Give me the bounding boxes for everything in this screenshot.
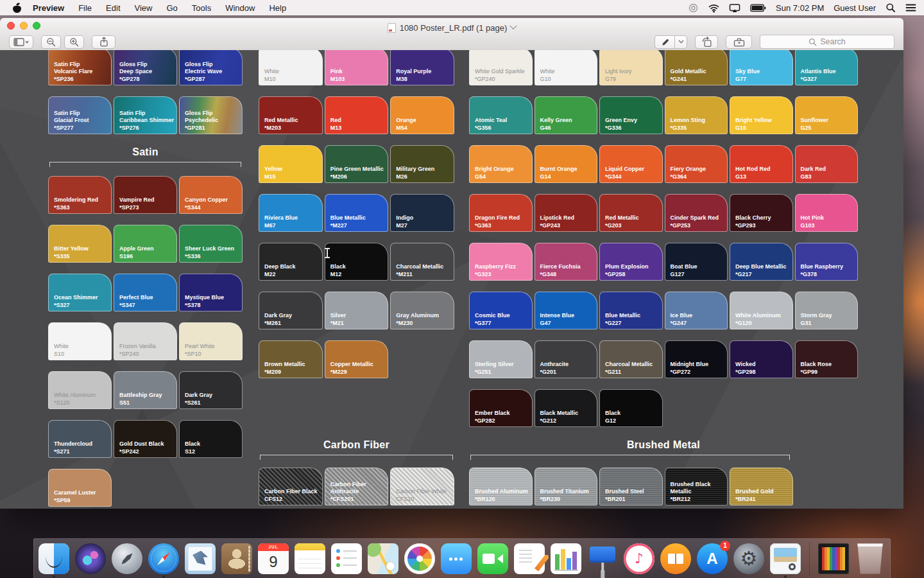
markup-toolbox-button[interactable] — [726, 35, 752, 49]
dock-facetime-icon[interactable] — [477, 543, 508, 574]
document-proxy-icon[interactable] — [388, 23, 396, 33]
swatch-M230: Gray Aluminum*M230 — [390, 292, 454, 329]
dock-keynote-icon[interactable] — [587, 543, 618, 574]
swatch-G335: Lemon Sting*G335 — [665, 96, 728, 134]
search-input[interactable]: Search — [760, 35, 894, 49]
swatch-G127: Boat BlueG127 — [665, 243, 728, 281]
dock-maps-icon[interactable] — [368, 543, 398, 574]
title-chevron-icon[interactable] — [510, 22, 517, 30]
title-bar[interactable]: 1080 Poster_LR.pdf (1 page) — [0, 18, 903, 33]
swatch-S51: Battleship GrayS51 — [114, 371, 177, 409]
dock-trash-icon[interactable] — [855, 543, 886, 574]
rotate-left-button[interactable] — [695, 35, 718, 49]
display-mirroring-icon[interactable] — [729, 3, 740, 13]
swatch-code: *M261 — [264, 320, 281, 326]
swatch-name: Carbon Fiber Black — [264, 488, 320, 495]
swatch-code: *GP240 — [475, 76, 495, 82]
pdf-page[interactable]: Satin Flip Volcanic Flare*SP236Gloss Fli… — [0, 50, 903, 509]
swatch-code: M26 — [396, 173, 407, 180]
swatch-name: Black Metallic — [540, 410, 595, 417]
swatch-name: Battleship Gray — [119, 392, 175, 399]
menu-help[interactable]: Help — [269, 3, 286, 13]
markup-pen-dropdown[interactable] — [674, 35, 687, 49]
menubar-clock[interactable]: Sun 7:02 PM — [776, 3, 824, 13]
swatch-code: *GP282 — [475, 417, 495, 424]
dock-photos-icon[interactable] — [404, 543, 435, 574]
minimize-button[interactable] — [20, 22, 28, 30]
dock-safari-icon[interactable] — [148, 543, 179, 574]
dock-app-store-icon[interactable]: 1 — [697, 543, 728, 574]
accessibility-icon[interactable] — [688, 3, 699, 13]
dock-ibooks-icon[interactable] — [660, 543, 691, 574]
spotlight-icon[interactable] — [886, 3, 896, 13]
dock-finder-icon[interactable] — [38, 543, 69, 574]
swatch-name: White — [54, 343, 109, 350]
swatch-code: *G364 — [671, 173, 687, 180]
dock-siri-icon[interactable] — [75, 543, 106, 574]
share-button[interactable] — [92, 35, 116, 49]
markup-pen-button[interactable] — [654, 35, 674, 49]
swatch-code: *M229 — [330, 369, 347, 375]
swatch-group-matte: WhiteM10PinkM103Royal PurpleM38Red Metal… — [259, 50, 454, 509]
dock-mail-icon[interactable] — [185, 543, 216, 574]
menu-tools[interactable]: Tools — [192, 3, 211, 13]
menu-file[interactable]: File — [78, 3, 92, 13]
menu-edit[interactable]: Edit — [106, 3, 120, 13]
swatch-name: Hot Rod Red — [735, 166, 791, 173]
swatch-code: G77 — [735, 76, 746, 82]
swatch-SP277: Satin Flip Glacial Frost*SP277 — [48, 96, 112, 134]
menu-window[interactable]: Window — [225, 3, 255, 13]
swatch-code: G46 — [540, 125, 551, 131]
dock-reminders-icon[interactable] — [331, 543, 362, 574]
wifi-icon[interactable] — [708, 3, 719, 13]
swatch-name: Atlantis Blue — [801, 68, 856, 75]
dock-pages-icon[interactable] — [514, 543, 545, 574]
dock-contacts-icon[interactable] — [221, 543, 252, 574]
swatch-name: Satin Flip Caribbean Shimmer — [119, 110, 175, 124]
menu-view[interactable]: View — [135, 3, 153, 13]
zoom-button[interactable] — [33, 22, 40, 30]
swatch-SP236: Satin Flip Volcanic Flare*SP236 — [48, 50, 112, 85]
swatch-name: Copper Metallic — [330, 361, 386, 368]
dock-itunes-icon[interactable] — [624, 543, 654, 574]
swatch-GP240: White Gold Sparkle*GP240 — [469, 50, 533, 85]
swatch-name: Cinder Spark Red — [671, 215, 726, 222]
swatch-name: Thundercloud — [54, 441, 109, 448]
sidebar-button[interactable] — [9, 35, 33, 49]
swatch-name: Pearl White — [185, 343, 240, 350]
close-button[interactable] — [7, 22, 15, 30]
menu-go[interactable]: Go — [166, 3, 177, 13]
swatch-SP59: Caramel Luster*SP59 — [48, 469, 112, 507]
menubar-user[interactable]: Guest User — [834, 3, 876, 13]
swatch-M22: Deep BlackM22 — [259, 243, 323, 281]
app-menu-title[interactable]: Preview — [33, 3, 64, 13]
zoom-out-button[interactable] — [41, 35, 61, 49]
swatch-BR201: Brushed Steel*BR201 — [599, 468, 663, 505]
dock-notes-icon[interactable] — [295, 543, 325, 574]
zoom-in-button[interactable] — [64, 35, 84, 49]
swatch-S335: Bitter Yellow*S335 — [48, 225, 112, 263]
swatch-G12: BlackG12 — [599, 389, 663, 427]
dock-calendar-icon[interactable]: JUL9 — [258, 543, 289, 574]
dock-document-1080-icon[interactable] — [818, 543, 849, 574]
swatch-code: *G203 — [605, 222, 622, 229]
swatch-G31: Storm GrayG31 — [795, 292, 859, 329]
swatch-name: Red Metallic — [605, 215, 660, 222]
swatch-code: *G377 — [475, 320, 492, 326]
dock-launchpad-icon[interactable] — [112, 543, 142, 574]
dock-preview-icon[interactable] — [770, 543, 801, 574]
battery-icon[interactable] — [750, 4, 766, 12]
swatch-SP276: Satin Flip Caribbean Shimmer*SP276 — [114, 96, 177, 134]
dock-numbers-icon[interactable] — [551, 543, 581, 574]
swatch-G344: Liquid Copper*G344 — [599, 145, 663, 183]
swatch-code: M67 — [264, 222, 276, 229]
swatch-name: White Aluminum — [54, 392, 109, 399]
swatch-G83: Dark RedG83 — [795, 145, 859, 183]
swatch-name: Satin Flip Glacial Frost — [54, 110, 109, 124]
dock-messages-icon[interactable] — [441, 543, 472, 574]
swatch-M38: Royal PurpleM38 — [390, 50, 454, 85]
notification-center-icon[interactable] — [905, 3, 916, 12]
apple-menu-icon[interactable] — [13, 3, 21, 13]
swatch-name: Sheer Luck Green — [185, 245, 240, 252]
dock-system-preferences-icon[interactable] — [733, 543, 764, 574]
